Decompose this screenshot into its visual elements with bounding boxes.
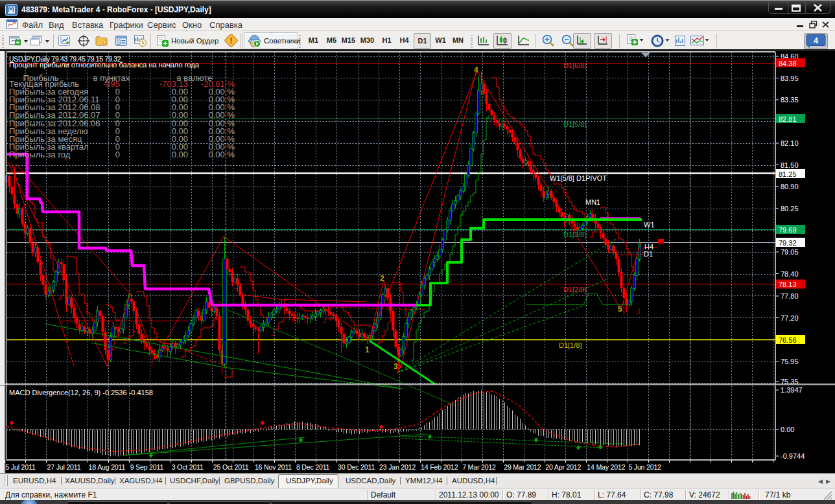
- svg-text:78.40: 78.40: [781, 270, 799, 278]
- svg-text:79.69: 79.69: [779, 226, 797, 234]
- svg-text:82.81: 82.81: [779, 115, 797, 123]
- svg-text:16 Nov 2011: 16 Nov 2011: [255, 463, 292, 471]
- svg-text:75.35: 75.35: [781, 378, 799, 385]
- svg-text:77.20: 77.20: [781, 314, 799, 322]
- svg-text:25 Oct 2011: 25 Oct 2011: [213, 463, 249, 471]
- svg-text:81.50: 81.50: [781, 161, 799, 169]
- svg-text:80.90: 80.90: [781, 183, 799, 190]
- svg-text:27 Jul 2011: 27 Jul 2011: [47, 463, 81, 471]
- svg-text:78.13: 78.13: [779, 281, 797, 288]
- svg-text:D1[3/8]: D1[3/8]: [563, 231, 586, 238]
- svg-text:14 May 2012: 14 May 2012: [587, 463, 625, 471]
- svg-text:20 Apr 2012: 20 Apr 2012: [545, 463, 581, 471]
- svg-text:79.32: 79.32: [779, 239, 797, 247]
- svg-text:MACD Divergence(12, 26, 9) -0.: MACD Divergence(12, 26, 9) -0.2536 -0.41…: [9, 389, 153, 396]
- svg-text:2: 2: [380, 274, 384, 283]
- svg-text:1.3947: 1.3947: [781, 386, 803, 394]
- svg-text:76.56: 76.56: [779, 336, 797, 344]
- svg-text:3 Oct 2011: 3 Oct 2011: [172, 463, 204, 471]
- svg-text:D1[1/8]: D1[1/8]: [559, 341, 582, 349]
- svg-text:3: 3: [394, 362, 398, 371]
- svg-text:D1[2/8]: D1[2/8]: [563, 286, 586, 293]
- svg-text:83.95: 83.95: [781, 74, 799, 82]
- svg-text:75.95: 75.95: [781, 358, 799, 365]
- svg-text:5 Jul 2011: 5 Jul 2011: [6, 463, 36, 471]
- svg-text:0.00 %: 0.00 %: [209, 150, 235, 159]
- svg-text:W1[5/8] D1PIVOT: W1[5/8] D1PIVOT: [550, 174, 607, 182]
- svg-text:Процент прибыли относительно б: Процент прибыли относительно баланса на …: [9, 61, 200, 69]
- svg-text:77.80: 77.80: [781, 292, 799, 300]
- svg-text:8 Dec 2011: 8 Dec 2011: [296, 463, 330, 471]
- svg-text:!: !: [230, 36, 233, 45]
- svg-text:81.25: 81.25: [779, 170, 797, 178]
- svg-text:4: 4: [474, 65, 478, 74]
- svg-text:83.35: 83.35: [781, 96, 799, 104]
- svg-text:W1: W1: [644, 221, 655, 229]
- svg-text:D1[5/8]: D1[5/8]: [563, 120, 586, 128]
- svg-text:14 Feb 2012: 14 Feb 2012: [421, 463, 458, 471]
- svg-text:D1: D1: [644, 250, 653, 258]
- svg-text:18 Aug 2011: 18 Aug 2011: [89, 463, 126, 471]
- svg-text:30 Dec 2011: 30 Dec 2011: [338, 463, 375, 471]
- svg-text:84.38: 84.38: [779, 60, 797, 67]
- svg-text:Прибыль за год: Прибыль за год: [9, 150, 71, 159]
- svg-text:29 Mar 2012: 29 Mar 2012: [504, 463, 541, 471]
- svg-text:80.25: 80.25: [781, 205, 799, 212]
- svg-text:0: 0: [115, 150, 120, 159]
- svg-text:9 Sep 2011: 9 Sep 2011: [130, 463, 164, 471]
- svg-text:82.10: 82.10: [781, 139, 799, 147]
- svg-text:5 Jun 2012: 5 Jun 2012: [628, 463, 661, 471]
- svg-text:1: 1: [365, 345, 370, 354]
- svg-text:0.00: 0.00: [172, 150, 188, 159]
- svg-text:D1[6/8]: D1[6/8]: [563, 62, 586, 69]
- svg-text:5: 5: [618, 304, 622, 314]
- svg-text:0.00: 0.00: [781, 426, 794, 433]
- svg-text:79.05: 79.05: [781, 248, 799, 256]
- svg-text:23 Jan 2012: 23 Jan 2012: [379, 463, 416, 471]
- svg-text:-0.9744: -0.9744: [781, 452, 805, 460]
- svg-text:4: 4: [814, 36, 819, 45]
- svg-text:MN1: MN1: [585, 198, 600, 206]
- svg-text:7 Mar 2012: 7 Mar 2012: [462, 463, 496, 471]
